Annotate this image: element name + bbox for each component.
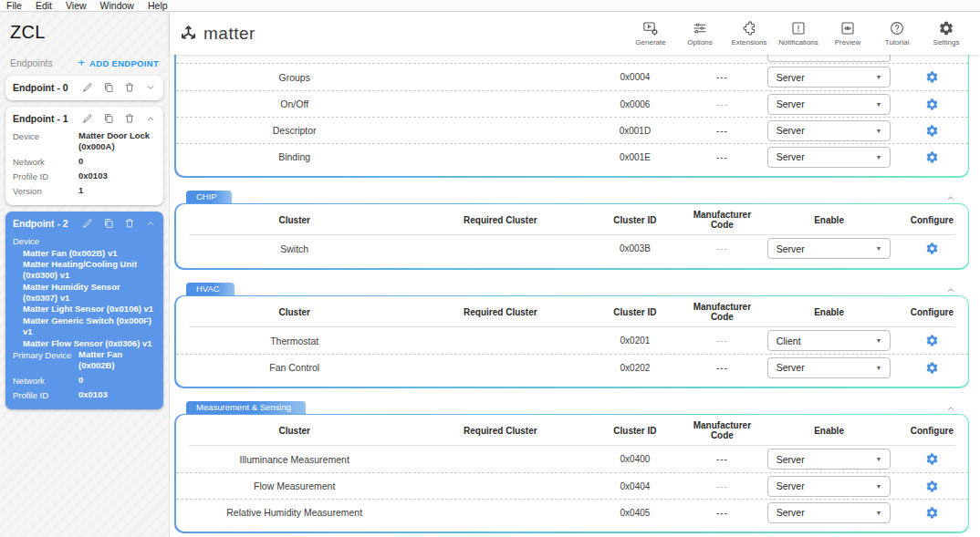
cluster-content: Groups0x0004---Server▼On/Off0x0006---Ser… <box>170 55 980 537</box>
enable-select[interactable]: Server▼ <box>767 357 891 378</box>
chevron-up-icon[interactable] <box>945 192 956 203</box>
device-list-item: Matter Fan (0x002B) v1 <box>13 248 156 259</box>
manufacturer-code: --- <box>683 481 762 491</box>
trash-icon[interactable] <box>124 218 135 229</box>
chevron-up-icon[interactable] <box>945 284 956 295</box>
copy-icon[interactable] <box>103 218 114 229</box>
menu-view[interactable]: View <box>66 0 87 11</box>
enable-select[interactable]: Server▼ <box>767 238 891 259</box>
device-list-item: Matter Heating/Cooling Unit (0x0300) v1 <box>13 259 156 282</box>
enable-selected-value: Server <box>777 72 805 83</box>
enable-cell: Server▼ <box>762 476 897 497</box>
toolbar-label: Generate <box>635 38 665 46</box>
menu-help[interactable]: Help <box>148 0 168 11</box>
enable-select[interactable]: Server▼ <box>767 67 891 88</box>
dropdown-caret-icon: ▼ <box>876 154 882 160</box>
toolbar-options-button[interactable]: Options <box>679 20 721 46</box>
cluster-row: Relative Humidity Measurement0x0405---Se… <box>176 499 968 525</box>
configure-button[interactable] <box>896 334 967 347</box>
manufacturer-code: --- <box>683 243 762 253</box>
add-endpoint-button[interactable]: + ADD ENDPOINT <box>78 58 159 68</box>
cluster-row: Illuminance Measurement0x0400---Server▼ <box>176 446 968 472</box>
chevron-up-icon[interactable] <box>145 113 156 124</box>
configure-button[interactable] <box>896 452 967 466</box>
endpoint-card-1[interactable]: Endpoint - 1DeviceMatter Door Lock (0x00… <box>5 107 163 205</box>
cluster-row: Descriptor0x001D---Server▼ <box>176 117 968 143</box>
section-table: ClusterRequired ClusterCluster IDManufac… <box>176 415 968 532</box>
chevron-up-icon[interactable] <box>145 218 156 229</box>
partial-dropdown-body <box>767 55 891 62</box>
detail-label: Version <box>13 185 78 196</box>
manufacturer-code: --- <box>683 72 762 82</box>
enable-select[interactable]: Client▼ <box>767 330 891 351</box>
configure-button[interactable] <box>896 124 967 138</box>
plus-icon: + <box>78 58 85 67</box>
dropdown-caret-icon: ▼ <box>876 128 882 134</box>
enable-select[interactable]: Server▼ <box>767 147 891 168</box>
configure-button[interactable] <box>896 242 967 255</box>
pencil-icon[interactable] <box>82 113 93 124</box>
enable-select[interactable]: Server▼ <box>767 449 891 470</box>
copy-icon[interactable] <box>103 113 114 124</box>
pencil-icon[interactable] <box>82 82 93 93</box>
cluster-id: 0x003B <box>588 243 683 253</box>
endpoint-card-2[interactable]: Endpoint - 2DeviceMatter Fan (0x002B) v1… <box>5 212 163 409</box>
detail-label: Profile ID <box>13 389 78 400</box>
toolbar-tutorial-button[interactable]: Tutorial <box>876 20 918 46</box>
enable-select[interactable]: Server▼ <box>767 120 891 141</box>
cluster-id: 0x0201 <box>588 336 683 346</box>
menu-file[interactable]: File <box>6 0 22 11</box>
pencil-icon[interactable] <box>82 218 93 229</box>
chevron-down-icon[interactable] <box>145 82 156 93</box>
endpoints-label: Endpoints <box>10 57 53 68</box>
chevron-up-icon[interactable] <box>945 403 956 414</box>
enable-cell: Server▼ <box>762 94 897 115</box>
detail-label: Profile ID <box>13 170 78 181</box>
sidebar: ZCL Endpoints + ADD ENDPOINT Endpoint - … <box>0 12 170 537</box>
endpoint-detail-row: Network0 <box>13 156 156 167</box>
enable-select[interactable]: Server▼ <box>767 476 891 497</box>
section-tab[interactable]: HVAC <box>186 283 235 295</box>
endpoint-card-header: Endpoint - 1 <box>13 111 156 126</box>
preview-icon <box>839 20 856 36</box>
configure-button[interactable] <box>896 150 967 164</box>
toolbar-extensions-button[interactable]: Extensions <box>728 20 770 46</box>
configure-button[interactable] <box>896 480 967 493</box>
enable-cell: Server▼ <box>762 502 897 523</box>
trash-icon[interactable] <box>124 82 135 93</box>
enable-selected-value: Server <box>777 480 805 491</box>
column-header-4: Manufacturer Code <box>683 420 762 440</box>
app-window: ZCL Endpoints + ADD ENDPOINT Endpoint - … <box>0 12 980 537</box>
enable-select[interactable]: Server▼ <box>767 94 891 115</box>
trash-icon[interactable] <box>124 113 135 124</box>
device-list-item: Matter Generic Switch (0x000F) v1 <box>13 315 156 338</box>
section-box: ClusterRequired ClusterCluster IDManufac… <box>174 295 969 388</box>
enable-selected-value: Server <box>777 362 805 373</box>
endpoint-card-actions <box>82 82 156 93</box>
section-tab[interactable]: Measurement & Sensing <box>186 401 306 414</box>
manufacturer-code: --- <box>683 126 762 136</box>
column-header-3: Cluster ID <box>588 426 683 436</box>
enable-select[interactable]: Server▼ <box>767 502 891 523</box>
menu-window[interactable]: Window <box>100 0 134 11</box>
section-box: Groups0x0004---Server▼On/Off0x0006---Ser… <box>174 55 969 178</box>
endpoint-card-list: Endpoint - 0Endpoint - 1DeviceMatter Doo… <box>0 76 169 409</box>
configure-button[interactable] <box>896 361 967 375</box>
cluster-row: On/Off0x0006---Server▼ <box>176 90 968 117</box>
configure-button[interactable] <box>896 98 967 111</box>
scroll-cut-row <box>176 55 968 63</box>
manufacturer-code: --- <box>683 336 762 346</box>
copy-icon[interactable] <box>103 82 114 93</box>
cluster-section-chip: CHIPClusterRequired ClusterCluster IDMan… <box>174 191 969 270</box>
cluster-row: Thermostat0x0201---Client▼ <box>176 327 968 354</box>
endpoint-card-0[interactable]: Endpoint - 0 <box>5 76 163 100</box>
toolbar-settings-button[interactable]: Settings <box>925 20 967 46</box>
section-tab[interactable]: CHIP <box>186 191 232 203</box>
toolbar-generate-button[interactable]: Generate <box>630 20 672 46</box>
configure-button[interactable] <box>896 506 967 520</box>
toolbar-preview-button[interactable]: Preview <box>827 20 869 46</box>
menu-edit[interactable]: Edit <box>36 0 52 11</box>
cluster-id: 0x001D <box>588 126 683 136</box>
toolbar-notifications-button[interactable]: Notifications <box>777 20 819 46</box>
configure-button[interactable] <box>896 70 967 84</box>
